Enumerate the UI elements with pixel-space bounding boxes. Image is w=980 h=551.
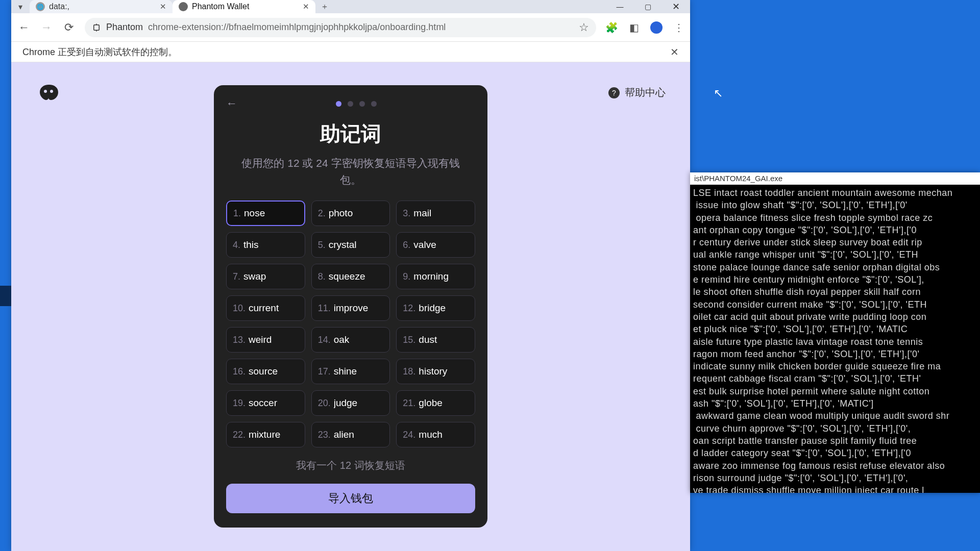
seed-index: 17. <box>318 366 331 377</box>
seed-word-8[interactable]: 8. <box>311 264 390 289</box>
seed-input[interactable] <box>249 334 299 345</box>
seed-word-1[interactable]: 1. <box>226 201 305 226</box>
omnibox[interactable]: Phantom chrome-extension://bfnaelmomeimh… <box>85 18 596 37</box>
close-window-button[interactable]: ✕ <box>662 0 690 13</box>
forward-button[interactable]: → <box>40 21 53 34</box>
seed-input[interactable] <box>249 397 299 409</box>
new-tab-button[interactable]: ＋ <box>315 0 334 13</box>
seed-word-19[interactable]: 19. <box>226 390 305 416</box>
window-buttons: — ▢ ✕ <box>606 0 690 13</box>
profile-avatar-icon[interactable] <box>650 21 663 34</box>
seed-input[interactable] <box>419 334 469 345</box>
svg-point-2 <box>50 90 53 93</box>
seed-input[interactable] <box>419 303 469 314</box>
tabstrip-chevron-icon[interactable]: ▾ <box>11 0 30 13</box>
seed-word-24[interactable]: 24. <box>396 422 475 447</box>
tab-strip: ▾ 🌐 data:, ✕ Phantom Wallet ✕ ＋ — ▢ ✕ <box>11 0 690 13</box>
desktop-edge-decoration <box>0 286 11 306</box>
seed-word-10[interactable]: 10. <box>226 295 305 321</box>
seed-input[interactable] <box>243 271 299 282</box>
svg-point-1 <box>44 90 47 93</box>
seed-index: 11. <box>318 303 331 314</box>
seed-input[interactable] <box>419 397 469 409</box>
back-arrow-icon[interactable]: ← <box>226 97 237 110</box>
seed-input[interactable] <box>334 303 384 314</box>
seed-index: 24. <box>403 430 415 440</box>
toggle-12-words-link[interactable]: 我有一个 12 词恢复短语 <box>226 459 475 472</box>
terminal-output: LSE intact roast toddler ancient mountai… <box>690 185 980 493</box>
seed-word-20[interactable]: 20. <box>311 390 390 416</box>
minimize-button[interactable]: — <box>606 0 634 13</box>
seed-input[interactable] <box>329 239 384 251</box>
onboarding-card: ← 助记词 使用您的 12 或 24 字密钥恢复短语导入现有钱包。 1.2.3.… <box>214 85 487 528</box>
seed-word-6[interactable]: 6. <box>396 232 475 258</box>
seed-input[interactable] <box>419 366 469 377</box>
puzzle-icon[interactable]: 🧩 <box>605 21 618 34</box>
sidepanel-icon[interactable]: ◧ <box>629 21 639 34</box>
seed-index: 13. <box>233 335 246 345</box>
seed-input[interactable] <box>249 429 299 440</box>
terminal-window: ist\PHANTOM24_GAI.exe LSE intact roast t… <box>690 172 980 493</box>
step-dot-4 <box>371 101 377 107</box>
seed-input[interactable] <box>244 208 298 219</box>
close-icon[interactable]: ✕ <box>670 46 679 58</box>
tab-phantom[interactable]: Phantom Wallet ✕ <box>173 0 315 13</box>
seed-word-16[interactable]: 16. <box>226 359 305 384</box>
seed-input[interactable] <box>334 334 384 345</box>
seed-input[interactable] <box>413 208 469 219</box>
maximize-button[interactable]: ▢ <box>634 0 662 13</box>
seed-word-18[interactable]: 18. <box>396 359 475 384</box>
seed-index: 22. <box>233 430 246 440</box>
mouse-cursor-icon: ↖ <box>714 87 723 100</box>
close-icon[interactable]: ✕ <box>160 2 166 11</box>
seed-word-17[interactable]: 17. <box>311 359 390 384</box>
import-wallet-button[interactable]: 导入钱包 <box>226 484 475 513</box>
seed-index: 3. <box>403 208 410 219</box>
seed-index: 10. <box>233 303 246 314</box>
seed-input[interactable] <box>419 429 469 440</box>
help-center-link[interactable]: ? 帮助中心 <box>608 86 666 99</box>
seed-word-21[interactable]: 21. <box>396 390 475 416</box>
seed-input[interactable] <box>249 303 299 314</box>
seed-input[interactable] <box>334 429 384 440</box>
seed-word-5[interactable]: 5. <box>311 232 390 258</box>
seed-word-3[interactable]: 3. <box>396 201 475 226</box>
tab-title: data:, <box>49 2 69 11</box>
terminal-title: ist\PHANTOM24_GAI.exe <box>690 172 980 185</box>
seed-word-7[interactable]: 7. <box>226 264 305 289</box>
card-title: 助记词 <box>226 120 475 148</box>
seed-word-11[interactable]: 11. <box>311 295 390 321</box>
step-dot-2 <box>348 101 353 107</box>
seed-input[interactable] <box>329 208 384 219</box>
seed-word-22[interactable]: 22. <box>226 422 305 447</box>
seed-input[interactable] <box>334 366 384 377</box>
tab-title: Phantom Wallet <box>192 2 249 11</box>
seed-input[interactable] <box>243 239 299 251</box>
seed-word-2[interactable]: 2. <box>311 201 390 226</box>
help-icon: ? <box>608 87 620 98</box>
close-icon[interactable]: ✕ <box>303 2 309 11</box>
seed-index: 14. <box>318 335 331 345</box>
svg-rect-0 <box>94 24 100 30</box>
seed-index: 2. <box>318 208 326 219</box>
seed-input[interactable] <box>334 397 384 409</box>
seed-word-13[interactable]: 13. <box>226 327 305 353</box>
back-button[interactable]: ← <box>17 21 31 34</box>
seed-input[interactable] <box>329 271 384 282</box>
seed-index: 21. <box>403 398 415 409</box>
seed-word-14[interactable]: 14. <box>311 327 390 353</box>
reload-button[interactable]: ⟳ <box>62 21 76 34</box>
seed-word-23[interactable]: 23. <box>311 422 390 447</box>
seed-word-12[interactable]: 12. <box>396 295 475 321</box>
seed-input[interactable] <box>249 366 299 377</box>
infobar-text: Chrome 正受到自动测试软件的控制。 <box>22 46 177 58</box>
step-dot-3 <box>359 101 365 107</box>
kebab-menu-icon[interactable]: ⋮ <box>674 21 684 34</box>
seed-word-4[interactable]: 4. <box>226 232 305 258</box>
bookmark-star-icon[interactable]: ☆ <box>579 21 589 34</box>
seed-input[interactable] <box>413 239 469 251</box>
seed-input[interactable] <box>413 271 469 282</box>
tab-data[interactable]: 🌐 data:, ✕ <box>30 0 173 13</box>
seed-word-15[interactable]: 15. <box>396 327 475 353</box>
seed-word-9[interactable]: 9. <box>396 264 475 289</box>
